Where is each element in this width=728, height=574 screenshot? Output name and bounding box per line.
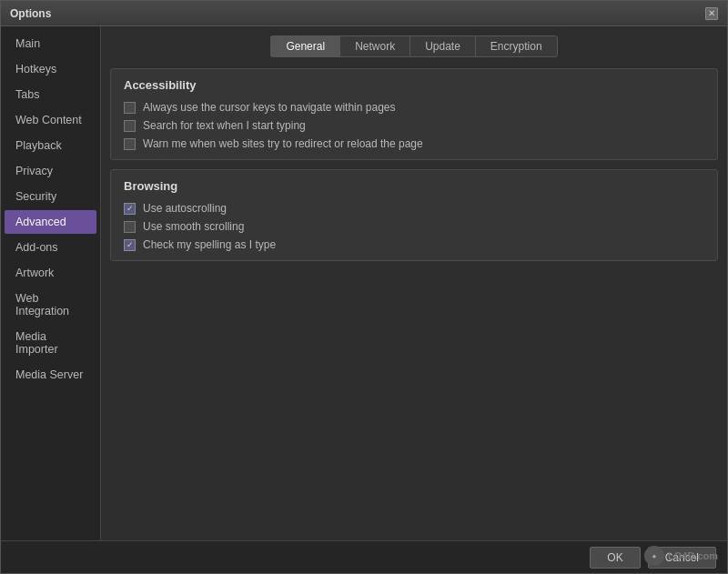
checkbox-label-smooth-scrolling: Use smooth scrolling [143, 220, 244, 233]
checkbox-row-spell-check: Check my spelling as I type [124, 238, 704, 251]
watermark-icon: ● [644, 546, 664, 566]
checkbox-warn-redirect[interactable] [124, 138, 136, 150]
ok-button[interactable]: OK [590, 547, 640, 569]
sidebar-item-artwork[interactable]: Artwork [5, 261, 96, 285]
window-title: Options [10, 7, 51, 20]
bottom-bar: OK Cancel [1, 540, 727, 573]
sidebar-item-security[interactable]: Security [5, 185, 96, 208]
accessibility-title: Accessibility [124, 78, 704, 92]
sidebar-item-privacy[interactable]: Privacy [5, 159, 96, 183]
checkbox-search-text[interactable] [124, 120, 136, 132]
browsing-title: Browsing [124, 179, 704, 193]
checkbox-row-autoscrolling: Use autoscrolling [124, 202, 704, 215]
sidebar-item-media-server[interactable]: Media Server [5, 363, 96, 387]
checkbox-label-cursor-keys: Always use the cursor keys to navigate w… [143, 101, 395, 114]
checkbox-autoscrolling[interactable] [124, 203, 136, 215]
sidebar-item-playback[interactable]: Playback [5, 134, 96, 157]
checkbox-cursor-keys[interactable] [124, 102, 136, 114]
close-button[interactable]: ✕ [705, 7, 718, 20]
sidebar-item-main[interactable]: Main [5, 32, 96, 55]
content-area: MainHotkeysTabsWeb ContentPlaybackPrivac… [1, 26, 727, 540]
checkbox-label-spell-check: Check my spelling as I type [143, 238, 276, 251]
sidebar-item-add-ons[interactable]: Add-ons [5, 236, 96, 259]
sidebar-item-web-content[interactable]: Web Content [5, 108, 96, 132]
watermark: ● LO4D.com [644, 546, 718, 566]
checkbox-row-smooth-scrolling: Use smooth scrolling [124, 220, 704, 233]
tab-general[interactable]: General [270, 35, 339, 57]
sidebar-item-media-importer[interactable]: Media Importer [5, 325, 96, 361]
tab-network[interactable]: Network [339, 35, 410, 57]
browsing-section: Browsing Use autoscrollingUse smooth scr… [110, 169, 718, 261]
sidebar-item-web-integration[interactable]: Web Integration [5, 287, 96, 323]
checkbox-smooth-scrolling[interactable] [124, 221, 136, 233]
options-window: Options ✕ MainHotkeysTabsWeb ContentPlay… [0, 0, 728, 574]
sidebar-item-advanced[interactable]: Advanced [5, 210, 96, 234]
tabs-bar: GeneralNetworkUpdateEncryption [110, 35, 718, 57]
checkbox-label-warn-redirect: Warn me when web sites try to redirect o… [143, 137, 423, 150]
watermark-text: LO4D.com [668, 550, 718, 561]
tab-update[interactable]: Update [410, 35, 475, 57]
checkbox-row-search-text: Search for text when I start typing [124, 119, 704, 132]
accessibility-section: Accessibility Always use the cursor keys… [110, 68, 718, 160]
checkbox-spell-check[interactable] [124, 239, 136, 251]
sidebar-item-tabs[interactable]: Tabs [5, 83, 96, 106]
checkbox-row-warn-redirect: Warn me when web sites try to redirect o… [124, 137, 704, 150]
checkbox-row-cursor-keys: Always use the cursor keys to navigate w… [124, 101, 704, 114]
main-panel: GeneralNetworkUpdateEncryption Accessibi… [101, 26, 727, 540]
tab-encryption[interactable]: Encryption [475, 35, 558, 57]
title-bar: Options ✕ [1, 1, 727, 26]
sidebar: MainHotkeysTabsWeb ContentPlaybackPrivac… [1, 26, 101, 540]
sidebar-item-hotkeys[interactable]: Hotkeys [5, 57, 96, 81]
checkbox-label-autoscrolling: Use autoscrolling [143, 202, 227, 215]
checkbox-label-search-text: Search for text when I start typing [143, 119, 306, 132]
